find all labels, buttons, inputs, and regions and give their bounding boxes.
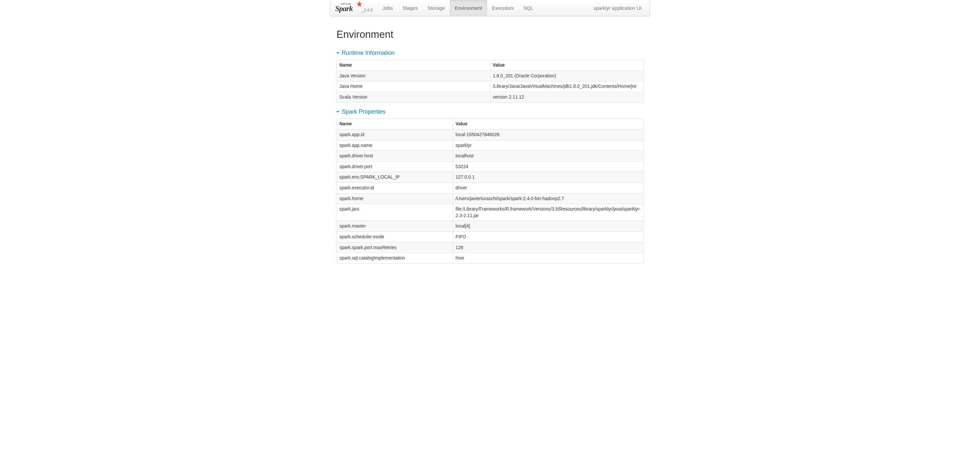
- spark-logo-icon: APACHE Spark TM: [335, 2, 362, 14]
- prop-name: spark.sql.catalogImplementation: [337, 253, 453, 264]
- nav-item-executors: Executors: [487, 0, 519, 16]
- table-row: Java Version1.8.0_201 (Oracle Corporatio…: [337, 70, 644, 81]
- nav-label: Storage: [428, 5, 445, 11]
- table-row: Scala Versionversion 2.11.12: [337, 92, 644, 103]
- table-header-row: Name Value: [337, 119, 644, 130]
- prop-value: local[4]: [453, 221, 643, 232]
- content: Environment Runtime Information Name Val…: [336, 16, 644, 283]
- brand-name: Spark: [335, 4, 353, 13]
- nav-link-stages[interactable]: Stages: [398, 0, 423, 16]
- runtime-table: Name Value Java Version1.8.0_201 (Oracle…: [336, 60, 644, 103]
- nav-link-jobs[interactable]: Jobs: [378, 0, 398, 16]
- prop-name: Java Version: [337, 70, 490, 81]
- prop-value: 127.0.0.1: [453, 172, 643, 183]
- nav-link-storage[interactable]: Storage: [423, 0, 450, 16]
- nav-tabs: Jobs Stages Storage Environment Executor…: [378, 0, 538, 16]
- prop-name: Java Home: [337, 81, 490, 92]
- table-row: spark.spark.port.maxRetries128: [337, 242, 644, 253]
- nav-item-environment: Environment: [450, 0, 487, 16]
- table-row: spark.scheduler.modeFIFO: [337, 232, 644, 242]
- prop-name: spark.master: [337, 221, 453, 232]
- table-row: spark.masterlocal[4]: [337, 221, 644, 232]
- table-row: spark.jarsfile:/Library/Frameworks/R.fra…: [337, 204, 644, 221]
- navbar: APACHE Spark TM 2.4.0 Jobs Stages Storag…: [330, 0, 650, 16]
- table-row: Java Home/Library/Java/JavaVirtualMachin…: [337, 81, 644, 92]
- nav-link-sql[interactable]: SQL: [519, 0, 538, 16]
- caret-down-icon: [336, 52, 339, 54]
- section-title-spark-properties: Spark Properties: [342, 108, 385, 115]
- svg-marker-0: [357, 1, 362, 6]
- nav-label: Executors: [492, 5, 514, 11]
- table-row: spark.home/Users/javierluraschi/spark/sp…: [337, 193, 644, 204]
- prop-name: spark.scheduler.mode: [337, 232, 453, 242]
- table-row: spark.driver.port53224: [337, 161, 644, 172]
- prop-value: /Users/javierluraschi/spark/spark-2.4.0-…: [453, 193, 643, 204]
- prop-value: hive: [453, 253, 643, 264]
- col-header-name[interactable]: Name: [337, 60, 490, 71]
- spark-star-icon: [356, 1, 363, 8]
- prop-value: sparklyr: [453, 140, 643, 151]
- prop-value: version 2.11.12: [490, 92, 644, 103]
- nav-label: SQL: [523, 5, 533, 11]
- table-row: spark.app.idlocal-1550427846026: [337, 129, 644, 140]
- prop-name: spark.driver.port: [337, 161, 453, 172]
- nav-item-storage: Storage: [423, 0, 450, 16]
- nav-label: Environment: [455, 5, 482, 11]
- prop-name: spark.env.SPARK_LOCAL_IP: [337, 172, 453, 183]
- prop-value: /Library/Java/JavaVirtualMachines/jdk1.8…: [490, 81, 644, 92]
- nav-label: Jobs: [382, 5, 393, 11]
- prop-value: 53224: [453, 161, 643, 172]
- nav-item-jobs: Jobs: [378, 0, 398, 16]
- col-header-value[interactable]: Value: [453, 119, 643, 130]
- spark-properties-table: Name Value spark.app.idlocal-15504278460…: [336, 119, 644, 263]
- table-row: spark.driver.hostlocalhost: [337, 151, 644, 162]
- prop-name: spark.spark.port.maxRetries: [337, 242, 453, 253]
- col-header-name[interactable]: Name: [337, 119, 453, 130]
- prop-name: spark.executor.id: [337, 182, 453, 193]
- prop-value: local-1550427846026: [453, 129, 643, 140]
- table-row: spark.executor.iddriver: [337, 182, 644, 193]
- prop-value: 128: [453, 242, 643, 253]
- table-header-row: Name Value: [337, 60, 644, 71]
- prop-name: spark.jars: [337, 204, 453, 221]
- prop-value: driver: [453, 182, 643, 193]
- prop-name: spark.app.id: [337, 129, 453, 140]
- page-title: Environment: [336, 29, 644, 40]
- table-row: spark.app.namesparklyr: [337, 140, 644, 151]
- prop-name: Scala Version: [337, 92, 490, 103]
- table-row: spark.sql.catalogImplementationhive: [337, 253, 644, 264]
- table-row: spark.env.SPARK_LOCAL_IP127.0.0.1: [337, 172, 644, 183]
- section-title-runtime: Runtime Information: [342, 50, 395, 57]
- section-toggle-runtime[interactable]: Runtime Information: [336, 50, 644, 57]
- nav-link-environment[interactable]: Environment: [450, 0, 487, 16]
- prop-value: file:/Library/Frameworks/R.framework/Ver…: [453, 204, 643, 221]
- caret-down-icon: [336, 111, 339, 113]
- nav-label: Stages: [402, 5, 418, 11]
- nav-link-executors[interactable]: Executors: [487, 0, 519, 16]
- prop-name: spark.driver.host: [337, 151, 453, 162]
- prop-value: FIFO: [453, 232, 643, 242]
- brand-tm: TM: [361, 11, 364, 13]
- brand-link[interactable]: APACHE Spark TM 2.4.0: [334, 0, 378, 16]
- prop-value: localhost: [453, 151, 643, 162]
- col-header-value[interactable]: Value: [490, 60, 644, 71]
- prop-value: 1.8.0_201 (Oracle Corporation): [490, 70, 644, 81]
- app-name-label: sparklyr application UI: [593, 0, 643, 16]
- prop-name: spark.app.name: [337, 140, 453, 151]
- nav-item-sql: SQL: [519, 0, 538, 16]
- section-toggle-spark-properties[interactable]: Spark Properties: [336, 108, 644, 115]
- nav-item-stages: Stages: [398, 0, 423, 16]
- brand-version: 2.4.0: [364, 8, 373, 13]
- prop-name: spark.home: [337, 193, 453, 204]
